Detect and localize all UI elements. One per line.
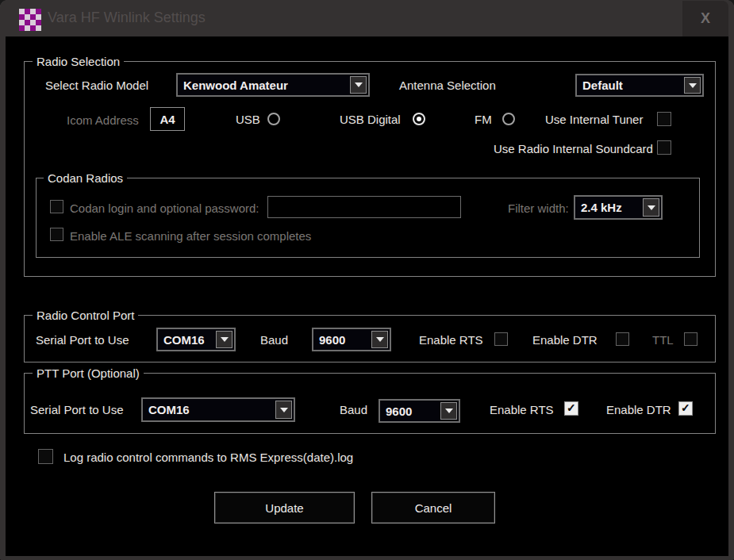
- rcp-serial-port-value: COM16: [158, 333, 205, 347]
- rcp-serial-port-select[interactable]: COM16: [156, 328, 236, 351]
- use-radio-internal-soundcard-checkbox[interactable]: [657, 140, 671, 155]
- ptt-enable-dtr-label: Enable DTR: [606, 403, 671, 417]
- ale-scanning-checkbox[interactable]: [50, 228, 63, 241]
- rcp-baud-value: 9600: [313, 333, 345, 347]
- update-button[interactable]: Update: [214, 492, 355, 524]
- window-frame-left: [0, 36, 6, 556]
- antenna-value: Default: [577, 79, 623, 92]
- ptt-baud-select[interactable]: 9600: [379, 399, 460, 423]
- rcp-ttl-label: TTL: [652, 333, 674, 347]
- codan-password-field[interactable]: [267, 196, 461, 218]
- icom-address-field[interactable]: [150, 107, 185, 131]
- rcp-ttl-checkbox[interactable]: [684, 332, 697, 346]
- ale-scanning-label: Enable ALE scanning after session comple…: [70, 229, 311, 244]
- chevron-down-icon[interactable]: [643, 198, 659, 217]
- antenna-select[interactable]: Default: [575, 74, 704, 97]
- chevron-down-icon[interactable]: [350, 76, 367, 94]
- window-frame-right: [728, 36, 734, 556]
- ptt-serial-port-label: Serial Port to Use: [30, 403, 124, 417]
- mode-usb-label: USB: [236, 113, 260, 127]
- mode-usb-radio[interactable]: [267, 113, 280, 125]
- rcp-baud-label: Baud: [260, 333, 288, 347]
- mode-usb-digital-label: USB Digital: [340, 113, 401, 127]
- radio-control-port-group-title: Radio Control Port: [33, 308, 138, 323]
- icom-address-label: Icom Address: [67, 113, 139, 128]
- close-icon: X: [701, 10, 710, 27]
- ptt-serial-port-select[interactable]: COM16: [141, 397, 295, 422]
- filter-width-select[interactable]: 2.4 kHz: [574, 195, 663, 220]
- use-radio-internal-soundcard-label: Use Radio Internal Soundcard: [494, 142, 653, 156]
- codan-login-label: Codan login and optional password:: [70, 201, 259, 216]
- mode-usb-digital-radio[interactable]: [413, 113, 425, 125]
- ptt-baud-value: 9600: [380, 405, 412, 418]
- mode-fm-label: FM: [475, 113, 492, 127]
- ptt-serial-port-value: COM16: [143, 403, 190, 416]
- log-commands-checkbox[interactable]: [38, 449, 53, 464]
- chevron-down-icon[interactable]: [684, 77, 701, 94]
- chevron-down-icon[interactable]: [371, 331, 388, 348]
- rcp-enable-dtr-label: Enable DTR: [532, 333, 598, 347]
- window-title: Vara HF Winlink Settings: [48, 10, 206, 26]
- titlebar[interactable]: Vara HF Winlink Settings X: [0, 0, 734, 36]
- rcp-enable-rts-checkbox[interactable]: [494, 332, 508, 346]
- radio-selection-group-title: Radio Selection: [33, 54, 124, 69]
- antenna-selection-label: Antenna Selection: [399, 79, 496, 93]
- chevron-down-icon[interactable]: [275, 401, 292, 419]
- filter-width-label: Filter width:: [508, 201, 569, 216]
- window-frame-bottom: [0, 556, 734, 560]
- rcp-enable-dtr-checkbox[interactable]: [616, 332, 629, 346]
- rcp-baud-select[interactable]: 9600: [312, 328, 391, 351]
- radio-model-value: Kenwood Amateur: [178, 79, 288, 92]
- vara-settings-dialog: Vara HF Winlink Settings X Radio Selecti…: [0, 0, 734, 560]
- rcp-enable-rts-label: Enable RTS: [419, 333, 483, 347]
- ptt-port-group-title: PTT Port (Optional): [33, 366, 144, 381]
- chevron-down-icon[interactable]: [440, 402, 457, 420]
- codan-radios-group-title: Codan Radios: [44, 171, 127, 186]
- close-button[interactable]: X: [682, 1, 728, 36]
- ptt-enable-dtr-checkbox[interactable]: [678, 401, 693, 416]
- select-radio-model-label: Select Radio Model: [45, 79, 148, 93]
- filter-width-value: 2.4 kHz: [575, 201, 622, 214]
- log-commands-label: Log radio control commands to RMS Expres…: [63, 451, 353, 465]
- ptt-enable-rts-checkbox[interactable]: [564, 401, 578, 416]
- app-icon: [19, 9, 41, 31]
- ptt-enable-rts-label: Enable RTS: [490, 403, 554, 417]
- use-internal-tuner-label: Use Internal Tuner: [545, 113, 643, 127]
- chevron-down-icon[interactable]: [216, 331, 232, 348]
- ptt-baud-label: Baud: [340, 403, 367, 417]
- cancel-button[interactable]: Cancel: [371, 492, 495, 524]
- use-internal-tuner-checkbox[interactable]: [657, 112, 671, 126]
- rcp-serial-port-label: Serial Port to Use: [36, 333, 129, 347]
- codan-login-checkbox[interactable]: [50, 200, 63, 213]
- radio-model-select[interactable]: Kenwood Amateur: [176, 73, 370, 97]
- mode-fm-radio[interactable]: [502, 113, 515, 125]
